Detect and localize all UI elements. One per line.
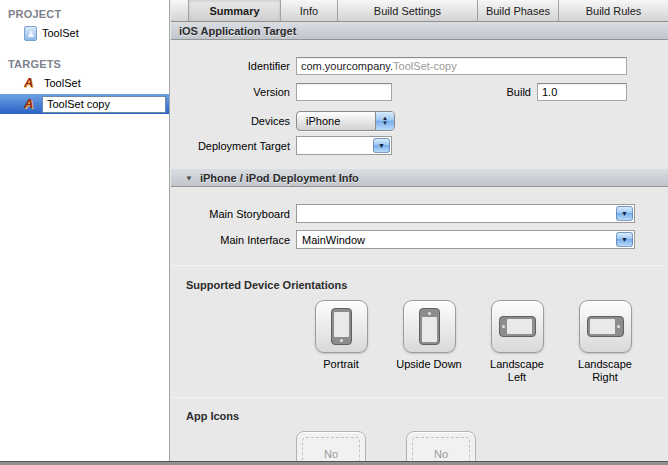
landscape-right-toggle-button[interactable]	[579, 300, 632, 353]
orientation-label: Landscape Right	[570, 358, 640, 384]
project-item-label: ToolSet	[42, 27, 79, 39]
app-icons-section: App Icons No No	[171, 410, 668, 465]
identifier-field[interactable]: com.yourcompany.ToolSet-copy	[296, 57, 627, 75]
stepper-down-icon: ▼	[382, 121, 388, 126]
version-field[interactable]	[296, 83, 392, 101]
landscape-left-toggle-button[interactable]	[491, 300, 544, 353]
orientation-label: Landscape Left	[482, 358, 552, 384]
phone-portrait-icon	[331, 308, 352, 345]
phone-landscape-right-icon	[587, 316, 624, 337]
tab-build-rules[interactable]: Build Rules	[558, 0, 668, 21]
chevron-down-icon: ▼	[378, 142, 385, 149]
main-storyboard-combo[interactable]: ▼	[296, 204, 635, 223]
disclosure-triangle-icon[interactable]: ▼	[185, 174, 193, 183]
editor-tab-bar: Summary Info Build Settings Build Phases…	[171, 0, 668, 22]
sidebar-item-project-toolset[interactable]: ToolSet	[0, 23, 169, 43]
build-label: Build	[507, 86, 537, 98]
orientation-item-upside-down: Upside Down	[394, 300, 464, 384]
deployment-info-form: Main Storyboard ▼ Main Interface MainWin…	[171, 187, 668, 249]
orientation-item-landscape-left: Landscape Left	[482, 300, 552, 384]
phone-upside-down-icon	[419, 308, 440, 345]
chevron-down-icon: ▼	[621, 210, 628, 217]
devices-label: Devices	[171, 115, 296, 127]
deployment-info-title: iPhone / iPod Deployment Info	[200, 172, 359, 184]
target-item-label: ToolSet	[44, 77, 81, 89]
app-icon-well-1[interactable]: No	[296, 431, 366, 465]
combo-dropdown-button[interactable]: ▼	[616, 206, 633, 221]
sidebar-item-target-toolset[interactable]: A ToolSet	[0, 73, 169, 93]
tab-summary[interactable]: Summary	[188, 0, 280, 21]
targets-section-header: TARGETS	[0, 56, 169, 73]
orientation-label: Portrait	[323, 358, 358, 371]
portrait-toggle-button[interactable]	[315, 300, 368, 353]
main-storyboard-label: Main Storyboard	[171, 208, 296, 220]
app-target-icon: A	[24, 97, 39, 111]
identifier-label: Identifier	[171, 60, 296, 72]
main-interface-value: MainWindow	[302, 234, 365, 246]
identifier-suffix-text: ToolSet-copy	[393, 60, 457, 72]
app-icon-well-placeholder: No	[412, 437, 470, 465]
section-title: iOS Application Target	[179, 25, 296, 37]
target-rename-field[interactable]: ToolSet copy	[42, 96, 166, 113]
upside-down-toggle-button[interactable]	[403, 300, 456, 353]
tab-bar-stub	[171, 0, 188, 21]
project-navigator-sidebar: PROJECT ToolSet TARGETS A ToolSet A Tool…	[0, 0, 170, 465]
tab-info[interactable]: Info	[280, 0, 337, 21]
app-icon-well-placeholder: No	[302, 437, 360, 465]
ios-application-target-header: iOS Application Target	[171, 22, 668, 40]
orientation-item-landscape-right: Landscape Right	[570, 300, 640, 384]
tab-build-settings[interactable]: Build Settings	[337, 0, 477, 21]
popup-stepper-icon: ▲ ▼	[375, 112, 394, 130]
devices-popup[interactable]: iPhone ▲ ▼	[296, 111, 395, 131]
section-divider	[171, 397, 668, 398]
app-icon-well-2[interactable]: No	[406, 431, 476, 465]
deployment-target-combo[interactable]: ▼	[296, 136, 392, 155]
main-interface-label: Main Interface	[171, 234, 296, 246]
devices-popup-value: iPhone	[297, 112, 375, 130]
phone-landscape-left-icon	[499, 316, 536, 337]
orientations-section: Supported Device Orientations Portrait	[171, 279, 668, 384]
section-divider	[171, 265, 668, 266]
deployment-info-header[interactable]: ▼ iPhone / iPod Deployment Info	[171, 169, 668, 187]
app-target-icon: A	[24, 76, 39, 90]
orientations-title: Supported Device Orientations	[186, 279, 668, 291]
build-field[interactable]	[537, 83, 627, 101]
version-label: Version	[171, 86, 296, 98]
deployment-target-label: Deployment Target	[171, 140, 296, 152]
combo-dropdown-button[interactable]: ▼	[616, 232, 633, 247]
project-section-header: PROJECT	[0, 6, 169, 23]
orientation-buttons-row: Portrait Upside Down	[306, 300, 668, 384]
project-file-icon	[24, 26, 37, 41]
app-icon-wells-row: No No	[296, 431, 668, 465]
target-editor-pane: Summary Info Build Settings Build Phases…	[171, 0, 668, 465]
sidebar-item-target-toolset-copy[interactable]: A ToolSet copy	[0, 94, 169, 114]
combo-dropdown-button[interactable]: ▼	[373, 138, 390, 153]
app-icons-title: App Icons	[186, 410, 668, 422]
target-summary-form: Identifier com.yourcompany.ToolSet-copy …	[171, 40, 668, 155]
tab-build-phases[interactable]: Build Phases	[477, 0, 558, 21]
main-interface-combo[interactable]: MainWindow ▼	[296, 230, 635, 249]
chevron-down-icon: ▼	[621, 236, 628, 243]
orientation-label: Upside Down	[396, 358, 461, 371]
orientation-item-portrait: Portrait	[306, 300, 376, 384]
xcode-target-editor-window: PROJECT ToolSet TARGETS A ToolSet A Tool…	[0, 0, 668, 465]
identifier-prefix-text: com.yourcompany.	[301, 60, 393, 72]
